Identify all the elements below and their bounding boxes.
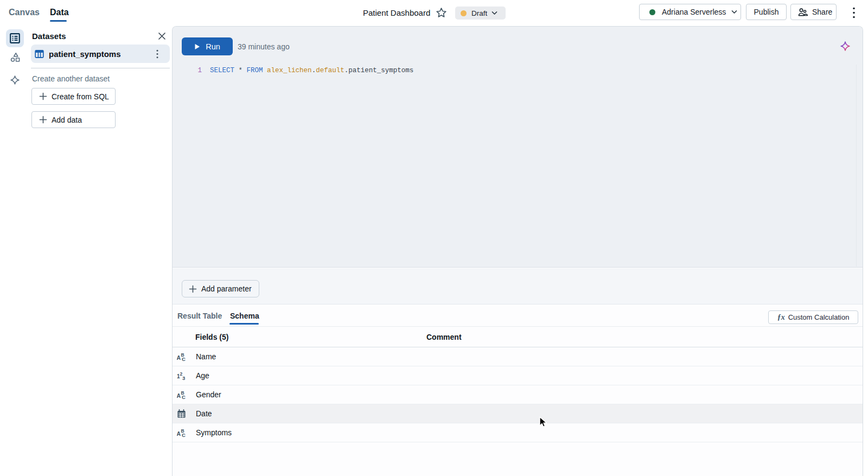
svg-text:C: C xyxy=(182,356,186,361)
svg-text:3: 3 xyxy=(182,375,185,380)
svg-text:C: C xyxy=(182,432,186,437)
svg-text:A: A xyxy=(177,392,181,398)
svg-text:C: C xyxy=(182,394,186,399)
svg-text:A: A xyxy=(177,430,181,436)
svg-text:A: A xyxy=(177,354,181,360)
